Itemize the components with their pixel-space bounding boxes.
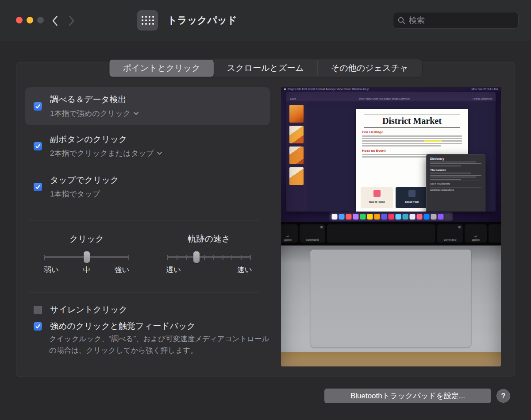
secondary-click-label: 副ボタンのクリック xyxy=(50,134,162,145)
checkmark-icon xyxy=(35,143,41,149)
secondary-click-detail-dropdown[interactable]: 2本指でクリックまたはタップ xyxy=(50,148,162,158)
tab-more-gestures[interactable]: その他のジェスチャ xyxy=(317,60,422,77)
traffic-lights xyxy=(16,17,44,23)
page-thumbnail xyxy=(289,105,304,123)
toolbar-right-text: Format Document xyxy=(473,97,492,100)
dock-app-icon xyxy=(339,214,344,220)
grid-icon xyxy=(142,16,154,25)
slider-thumb[interactable] xyxy=(84,251,90,263)
page-thumbnail xyxy=(289,146,304,164)
tab-scroll-and-zoom[interactable]: スクロールとズーム xyxy=(214,60,317,77)
slider-tick xyxy=(213,255,214,260)
dock-app-icon xyxy=(431,214,436,220)
search-icon xyxy=(398,17,405,24)
wooden-desk xyxy=(281,352,501,366)
chevron-down-icon xyxy=(134,112,139,115)
force-click-checkbox[interactable] xyxy=(34,322,42,331)
popover-item: Open in Dictionary xyxy=(430,181,481,186)
dock-app-icon xyxy=(374,214,380,220)
secondary-click-row[interactable]: 副ボタンのクリック 2本指でクリックまたはタップ xyxy=(34,127,162,165)
popover-section: Thesaurus xyxy=(430,169,481,172)
slider-thumb[interactable] xyxy=(193,251,200,263)
checkmark-icon xyxy=(35,104,41,109)
divider xyxy=(29,293,259,293)
dock-app-icon xyxy=(367,214,373,220)
search-field[interactable] xyxy=(393,12,519,29)
command-icon: ⌘ xyxy=(458,224,463,229)
dictionary-popover: Dictionary Thesaurus Open in Dictionary … xyxy=(426,154,485,212)
toolbar-zoom-text: 125% xyxy=(290,97,296,100)
page-thumbnail xyxy=(289,126,304,143)
dock-app-icon xyxy=(346,214,351,220)
document-heading: Our Heritage xyxy=(362,130,462,134)
checkmark-icon xyxy=(35,184,41,190)
tap-to-click-label: タップでクリック xyxy=(50,174,119,186)
secondary-click-checkbox[interactable] xyxy=(34,142,42,150)
preview-menubar: Pages File Edit Insert Format Arrange Vi… xyxy=(281,87,501,91)
slider-tick xyxy=(223,255,223,260)
tracking-speed-labels: 遅い 速い xyxy=(168,265,250,274)
popover-title: Dictionary xyxy=(430,157,481,160)
popover-item: Configure Dictionaries xyxy=(430,187,481,193)
back-button[interactable] xyxy=(49,15,61,27)
slider-label-min: 弱い xyxy=(44,265,58,275)
click-pressure-labels: 弱い 中 強い xyxy=(45,265,129,274)
trackpad-preferences-window: トラックパッド ポイントとクリック スクロールとズーム その他のジェスチャ 調べ… xyxy=(0,0,531,420)
lookup-data-detectors-row[interactable]: 調べる＆データ検出 1本指で強めのクリック xyxy=(25,87,270,125)
menubar-status-text: Mon Jan 22 9:41 AM xyxy=(471,88,498,91)
toolbar-items-text: Insert Table Chart Text Shape Media Comm… xyxy=(359,97,409,100)
slider-tick xyxy=(167,255,168,260)
force-click-row[interactable]: 強めのクリックと触覚フィードバック xyxy=(34,320,196,332)
tab-point-and-click[interactable]: ポイントとクリック xyxy=(110,60,214,77)
tracking-speed-slider[interactable] xyxy=(168,248,250,266)
pages-content-area: District Market Our Heritage Host an Eve… xyxy=(307,102,496,212)
slider-label-max: 強い xyxy=(115,265,129,275)
show-all-button[interactable] xyxy=(137,10,158,31)
slider-tick xyxy=(186,255,187,260)
card-take-it-home: Take It Home xyxy=(361,187,393,208)
command-key: ⌘ command xyxy=(437,224,463,243)
click-pressure-title: クリック xyxy=(45,233,129,245)
dock xyxy=(329,212,453,221)
close-button[interactable] xyxy=(16,17,23,23)
dock-app-icon xyxy=(353,214,358,220)
click-pressure-slider[interactable] xyxy=(45,248,129,266)
tap-to-click-row[interactable]: タップでクリック 1本指でタップ xyxy=(34,168,119,205)
page-thumbnail xyxy=(289,167,304,185)
apple-logo-icon xyxy=(284,88,286,90)
setup-bluetooth-trackpad-button[interactable]: Bluetoothトラックパッドを設定... xyxy=(324,389,491,403)
tap-to-click-checkbox[interactable] xyxy=(34,183,42,191)
dock-app-icon xyxy=(445,214,450,220)
lookup-detail-dropdown[interactable]: 1本指で強めのクリック xyxy=(50,108,139,119)
tracking-speed-title: 軌跡の速さ xyxy=(168,233,250,245)
force-click-description: クイックルック、“調べる”、および可変速度メディアコントロールの場合は、クリック… xyxy=(49,333,277,356)
silent-click-label: サイレントクリック xyxy=(50,304,127,316)
lookup-checkbox[interactable] xyxy=(34,102,42,111)
help-button[interactable]: ? xyxy=(496,389,510,403)
dock-app-icon xyxy=(416,214,422,220)
slider-tick xyxy=(128,255,129,260)
chevron-right-icon xyxy=(69,15,75,26)
dock-app-icon xyxy=(331,214,337,220)
slider-label-max: 速い xyxy=(237,265,252,275)
zoom-button-disabled xyxy=(37,17,44,23)
dock-app-icon xyxy=(438,214,443,220)
silent-click-checkbox[interactable] xyxy=(34,306,42,314)
search-input[interactable] xyxy=(409,16,514,25)
titlebar: トラックパッド xyxy=(0,0,531,41)
silent-click-row[interactable]: サイレントクリック xyxy=(34,304,127,316)
slider-track[interactable] xyxy=(168,256,250,258)
preview-screen: Pages File Edit Insert Format Arrange Vi… xyxy=(281,87,501,222)
chevron-down-icon xyxy=(157,152,162,155)
minimize-button[interactable] xyxy=(27,17,33,23)
checkmark-icon xyxy=(35,324,41,329)
document-heading: Host an Event xyxy=(362,149,462,153)
pantry-icon xyxy=(408,190,416,197)
dock-app-icon xyxy=(409,214,415,220)
tap-to-click-detail-label: 1本指でタップ xyxy=(50,189,100,199)
forward-button[interactable] xyxy=(65,15,78,27)
menubar-apps-text: Pages File Edit Insert Format Arrange Vi… xyxy=(288,88,369,91)
slider-tick xyxy=(241,255,242,260)
secondary-click-detail-label: 2本指でクリックまたはタップ xyxy=(50,148,154,158)
pages-toolbar: 125% Insert Table Chart Text Shape Media… xyxy=(286,92,496,102)
